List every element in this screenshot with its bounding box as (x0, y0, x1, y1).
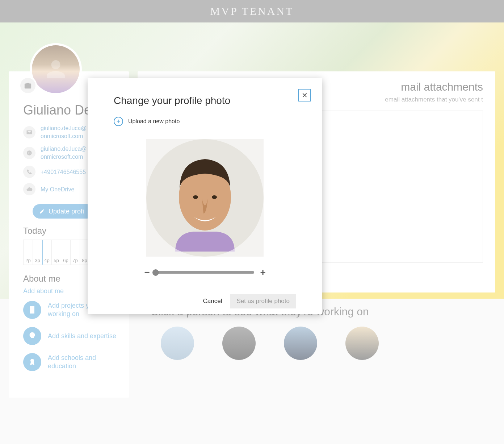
photo-preview[interactable] (146, 139, 264, 257)
zoom-thumb[interactable] (152, 269, 159, 276)
close-button[interactable]: ✕ (298, 89, 311, 101)
upload-label: Upload a new photo (128, 118, 180, 125)
zoom-control: − + (143, 267, 266, 278)
change-photo-modal: Change your profile photo ✕ + Upload a n… (88, 78, 322, 314)
close-icon: ✕ (302, 91, 308, 100)
modal-title: Change your profile photo (114, 95, 296, 107)
modal-actions: Cancel Set as profile photo (114, 294, 296, 308)
cancel-button[interactable]: Cancel (203, 298, 222, 305)
set-profile-photo-button[interactable]: Set as profile photo (230, 294, 296, 308)
plus-icon: + (114, 117, 123, 126)
zoom-out-button[interactable]: − (143, 267, 151, 278)
zoom-in-button[interactable]: + (259, 267, 266, 278)
upload-new-photo-button[interactable]: + Upload a new photo (114, 117, 296, 126)
zoom-slider[interactable] (156, 271, 254, 274)
